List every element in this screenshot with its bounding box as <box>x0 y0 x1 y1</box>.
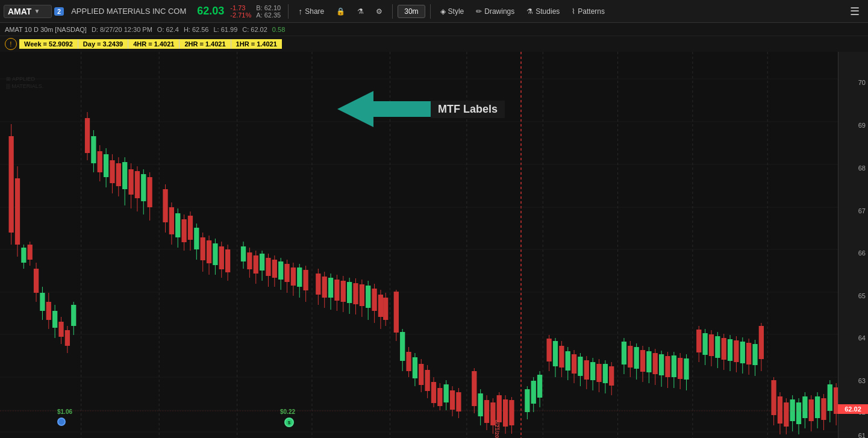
svg-rect-188 <box>578 357 582 376</box>
svg-rect-260 <box>821 398 826 420</box>
svg-rect-82 <box>207 240 211 263</box>
svg-rect-240 <box>752 344 757 365</box>
svg-rect-214 <box>665 356 670 377</box>
svg-rect-134 <box>383 298 388 320</box>
svg-rect-252 <box>796 402 801 424</box>
date-label: 8/21/20 <box>494 420 500 438</box>
svg-rect-230 <box>722 338 726 360</box>
drawings-button[interactable]: ✏ Drawings <box>471 5 519 18</box>
share-icon: ↑ <box>298 7 302 16</box>
svg-rect-244 <box>771 380 776 415</box>
price-tick-63: 63 <box>858 377 866 384</box>
chart-container[interactable]: 70 69 68 67 66 65 64 63 62 61 62.02 ⊞ AP… <box>0 52 868 438</box>
flask-button[interactable]: ⚗ <box>352 5 369 18</box>
svg-rect-156 <box>456 392 461 411</box>
symbol-info: AMAT 10 D 30m [NASDAQ] <box>5 26 87 33</box>
svg-rect-104 <box>284 264 289 282</box>
menu-icon: ☰ <box>850 5 860 17</box>
svg-rect-62 <box>135 171 140 198</box>
ask: A: 62.35 <box>256 11 281 19</box>
svg-rect-64 <box>141 174 146 201</box>
svg-rect-180 <box>553 341 558 366</box>
svg-rect-142 <box>413 357 417 378</box>
svg-rect-222 <box>696 330 701 352</box>
studies-button[interactable]: ⚗ Studies <box>522 5 564 18</box>
price-change: -1.73 -2.71% <box>230 4 251 19</box>
chart-close: C: 62.02 <box>242 26 267 33</box>
price-tick-70: 70 <box>858 79 866 86</box>
chart-info-bar: AMAT 10 D 30m [NASDAQ] D: 8/27/20 12:30 … <box>0 23 868 36</box>
svg-rect-36 <box>46 302 51 320</box>
price-tick-68: 68 <box>858 164 866 172</box>
svg-rect-34 <box>40 293 45 311</box>
mtf-annotation: MTF Labels <box>337 88 505 130</box>
svg-rect-70 <box>169 207 174 234</box>
svg-rect-42 <box>65 330 70 346</box>
svg-rect-166 <box>497 395 502 422</box>
svg-rect-172 <box>525 389 529 412</box>
svg-rect-80 <box>201 237 205 260</box>
share-button[interactable]: ↑ Share <box>293 4 329 19</box>
svg-rect-208 <box>646 351 651 372</box>
svg-rect-250 <box>790 399 795 421</box>
price-tick-67: 67 <box>858 207 866 214</box>
settings-button[interactable]: ⚙ <box>371 5 387 18</box>
svg-rect-206 <box>640 350 645 372</box>
lock-button[interactable]: 🔒 <box>331 5 350 18</box>
svg-rect-126 <box>360 284 364 306</box>
svg-rect-154 <box>450 390 455 410</box>
svg-rect-198 <box>609 366 614 386</box>
svg-rect-170 <box>509 400 514 425</box>
mtf-arrow <box>337 88 434 130</box>
svg-rect-24 <box>9 136 14 233</box>
separator-1 <box>288 4 289 19</box>
chart-low: L: 61.99 <box>214 26 238 33</box>
svg-rect-238 <box>746 343 751 364</box>
svg-rect-98 <box>266 258 270 276</box>
style-icon: ◈ <box>440 7 446 16</box>
svg-rect-184 <box>566 351 570 371</box>
svg-rect-48 <box>91 136 96 163</box>
svg-marker-274 <box>337 91 434 127</box>
svg-rect-54 <box>110 160 114 183</box>
lock-icon: 🔒 <box>336 7 345 16</box>
mtf-bar: ! Week = 52.9092 Day = 3.2439 4HR = 1.40… <box>0 36 868 52</box>
timeframe-button[interactable]: 30m <box>398 5 425 18</box>
volume-circle-2: $ <box>284 418 294 427</box>
svg-rect-96 <box>260 254 264 271</box>
svg-rect-162 <box>484 400 489 423</box>
price-tick-65: 65 <box>858 292 866 299</box>
mtf-annotation-text: MTF Labels <box>431 101 505 118</box>
svg-rect-212 <box>659 354 664 375</box>
svg-rect-124 <box>353 283 358 304</box>
symbol-selector[interactable]: AMAT ▼ <box>4 5 52 18</box>
dollar-label-1: $1.06 <box>57 408 72 415</box>
current-price-badge: 62.02 <box>838 404 868 414</box>
svg-rect-58 <box>122 162 127 189</box>
mtf-day: Day = 3.2439 <box>78 39 128 49</box>
svg-rect-232 <box>728 339 732 361</box>
style-button[interactable]: ◈ Style <box>436 5 469 18</box>
svg-rect-94 <box>254 255 258 274</box>
price-tick-64: 64 <box>858 334 866 342</box>
share-label: Share <box>305 7 324 16</box>
gear-icon: ⚙ <box>376 7 382 16</box>
current-price: 62.03 <box>193 5 228 17</box>
top-toolbar: AMAT ▼ 2 APPLIED MATERIALS INC COM 62.03… <box>0 0 868 23</box>
svg-rect-246 <box>778 396 782 424</box>
svg-rect-112 <box>316 274 320 295</box>
separator-3 <box>430 4 431 19</box>
svg-rect-122 <box>347 282 352 303</box>
studies-icon: ⚗ <box>526 7 533 16</box>
svg-rect-168 <box>503 399 508 427</box>
mtf-4hr: 4HR = 1.4021 <box>128 39 179 49</box>
svg-rect-234 <box>734 340 738 362</box>
menu-button[interactable]: ☰ <box>845 2 864 20</box>
svg-rect-190 <box>584 360 589 380</box>
svg-rect-86 <box>219 246 224 269</box>
svg-rect-46 <box>85 118 90 153</box>
svg-rect-76 <box>188 216 193 240</box>
patterns-button[interactable]: ⌇ Patterns <box>567 5 610 18</box>
svg-rect-202 <box>628 346 632 368</box>
svg-rect-158 <box>472 371 476 406</box>
